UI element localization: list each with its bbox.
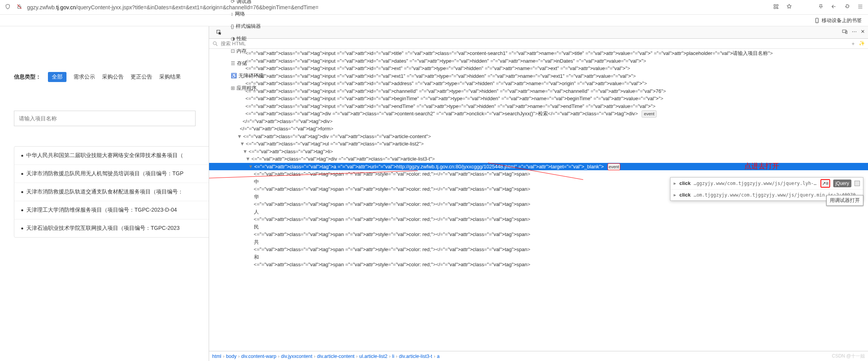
bullet-icon xyxy=(21,191,23,193)
article-title: 中华人民共和国第二届职业技能大赛网络安全保障技术服务项目（ xyxy=(26,152,183,159)
article-title: 天津市消防救援总队轨道交通支队食材配送服务项目（项目编号： xyxy=(26,188,183,195)
open-in-debugger-icon[interactable]: ↗≡ xyxy=(820,179,830,188)
dom-line[interactable]: ▼ <="="val">attr">class="="val">tag">div… xyxy=(209,133,868,140)
dom-line[interactable]: <="="val">attr">class="="val">tag">input… xyxy=(209,80,868,87)
devtools-panel: ⬚查看器▸控制台⟳调试器↕网络{}样式编辑器◑性能⊡内存☰存储♿无障碍环境⊞应用… xyxy=(209,26,868,361)
menu-icon[interactable] xyxy=(857,3,863,11)
search-icon xyxy=(212,41,218,47)
dom-line[interactable]: <="="val">attr">class="="val">tag">span … xyxy=(209,261,868,269)
devtools-tab[interactable]: ⟳调试器 xyxy=(227,0,267,8)
dom-line[interactable]: </="="val">attr">class="="val">tag">div> xyxy=(209,118,868,125)
article-row[interactable]: 天津石油职业技术学院互联网接入项目（项目编号：TGPC-2023 xyxy=(14,219,209,237)
event-badge[interactable]: event xyxy=(608,163,620,171)
breadcrumb-node[interactable]: a xyxy=(437,354,439,359)
filter-label: 信息类型： xyxy=(14,74,41,80)
bookmark-star-icon[interactable] xyxy=(786,3,792,11)
dom-line[interactable]: ▼ <="="val">attr">class="="val">tag">a =… xyxy=(209,163,868,171)
article-title: 天津市消防救援总队民用无人机驾驶员培训项目（项目编号：TGP xyxy=(26,170,184,177)
devtools-html-search[interactable]: 搜索 HTML ＋✨ xyxy=(209,39,868,49)
dom-line[interactable]: <="="val">attr">class="="val">tag">span … xyxy=(209,246,868,253)
filter-tab-procure[interactable]: 采购公告 xyxy=(102,74,124,80)
bullet-icon xyxy=(21,228,23,229)
article-row[interactable]: 天津市消防救援总队轨道交通支队食材配送服务项目（项目编号： xyxy=(14,183,209,201)
dom-line[interactable]: <="="val">attr">class="="val">tag">span … xyxy=(209,170,868,178)
breadcrumb-node[interactable]: html xyxy=(212,354,221,359)
dom-line[interactable]: ▼ <="="val">attr">class="="val">tag">li> xyxy=(209,148,868,156)
inspect-picker-icon[interactable] xyxy=(212,26,226,39)
event-listener-row[interactable]: ▸click…ggzyjy.www/com.tjggzyjy.www/js/jq… xyxy=(671,178,863,190)
pin-icon[interactable] xyxy=(818,3,824,11)
breadcrumb-node[interactable]: div.article-content xyxy=(317,354,354,359)
extension-icon[interactable] xyxy=(844,3,850,11)
dom-line[interactable]: <="="val">attr">class="="val">tag">div =… xyxy=(209,110,868,118)
bullet-icon xyxy=(21,173,23,175)
breadcrumb-node[interactable]: li xyxy=(392,354,395,359)
dom-tree[interactable]: 点进去打开 <="="val">attr">class="="val">tag"… xyxy=(209,49,868,351)
dom-line[interactable]: <="="val">attr">class="="val">tag">span … xyxy=(209,231,868,238)
breadcrumb-node[interactable]: div.content-warp xyxy=(241,354,276,359)
devtools-tab[interactable]: {}样式编辑器 xyxy=(227,20,267,33)
article-title: 天津理工大学消防维保服务项目（项目编号：TGPC-2023-D-04 xyxy=(26,207,177,214)
svg-rect-7 xyxy=(846,31,847,34)
dom-line[interactable]: ▼ <="="val">attr">class="="val">tag">div… xyxy=(209,155,868,163)
dom-line[interactable]: <="="val">attr">class="="val">tag">span … xyxy=(209,216,868,223)
dom-line[interactable]: <="="val">attr">class="="val">tag">input… xyxy=(209,72,868,80)
breadcrumb-node[interactable]: body xyxy=(226,354,237,359)
article-row[interactable]: 中华人民共和国第二届职业技能大赛网络安全保障技术服务项目（ xyxy=(14,147,209,165)
svg-rect-1 xyxy=(774,5,776,6)
article-row[interactable]: 天津市消防救援总队民用无人机驾驶员培训项目（项目编号：TGP xyxy=(14,165,209,183)
browser-address-bar: ggzy.zwfwb.tj.gov.cn/queryContent-jyxx.j… xyxy=(0,0,868,15)
svg-rect-2 xyxy=(776,5,778,6)
devtools-close-icon[interactable]: ✕ xyxy=(861,29,865,36)
devtools-tabbar: ⬚查看器▸控制台⟳调试器↕网络{}样式编辑器◑性能⊡内存☰存储♿无障碍环境⊞应用… xyxy=(209,26,868,39)
project-search-input[interactable] xyxy=(14,111,196,126)
dom-line[interactable]: </="="val">attr">class="="val">tag">form… xyxy=(209,125,868,133)
mobile-bookmarks-link[interactable]: 移动设备上的书签 xyxy=(814,17,862,24)
breadcrumb-node[interactable]: div.jyxxcontent xyxy=(281,354,312,359)
dom-line[interactable]: 和 xyxy=(209,253,868,261)
lock-slash-icon[interactable] xyxy=(16,3,22,11)
devtools-more-icon[interactable]: ⋯ xyxy=(852,29,857,36)
filter-tab-demand[interactable]: 需求公示 xyxy=(73,74,95,80)
filter-tab-result[interactable]: 采购结果 xyxy=(159,74,181,80)
back-icon[interactable] xyxy=(831,3,837,11)
event-badge[interactable]: event xyxy=(642,110,657,118)
jquery-badge: jQuery xyxy=(833,180,851,187)
breadcrumb-node[interactable]: ul.article-list2 xyxy=(359,354,388,359)
qr-icon[interactable] xyxy=(773,3,779,11)
dom-line[interactable]: 人 xyxy=(209,208,868,216)
bullet-icon xyxy=(21,209,23,211)
svg-rect-3 xyxy=(774,7,776,9)
dom-line[interactable]: <="="val">attr">class="="val">tag">input… xyxy=(209,57,868,65)
shield-icon[interactable] xyxy=(5,3,11,11)
article-row[interactable]: 天津理工大学消防维保服务项目（项目编号：TGPC-2023-D-04 xyxy=(14,201,209,219)
add-node-icon[interactable]: ＋ xyxy=(851,40,856,47)
dom-line[interactable]: <="="val">attr">class="="val">tag">span … xyxy=(209,200,868,208)
listener-checkbox[interactable] xyxy=(854,181,860,186)
responsive-icon[interactable] xyxy=(842,29,848,36)
dom-line[interactable]: <="="val">attr">class="="val">tag">input… xyxy=(209,103,868,110)
filter-tab-all[interactable]: 全部 xyxy=(48,72,66,82)
bookmarks-bar: 移动设备上的书签 xyxy=(0,15,868,26)
filter-tab-correct[interactable]: 更正公告 xyxy=(131,74,152,80)
url-text[interactable]: ggzy.zwfwb.tj.gov.cn/queryContent-jyxx.j… xyxy=(27,4,773,10)
article-title: 天津石油职业技术学院互联网接入项目（项目编号：TGPC-2023 xyxy=(26,225,180,232)
watermark: CSDN @十一姐 xyxy=(832,353,865,359)
emoji-icon[interactable]: ✨ xyxy=(859,40,865,47)
devtools-breadcrumb[interactable]: html›body›div.content-warp›div.jyxxconte… xyxy=(209,351,868,361)
webpage-content: 信息类型： 全部 需求公示 采购公告 更正公告 采购结果 中华人民共和国第二届职… xyxy=(0,26,209,361)
phone-icon xyxy=(814,17,820,24)
bullet-icon xyxy=(21,155,23,157)
dom-line[interactable]: <="="val">attr">class="="val">tag">input… xyxy=(209,87,868,95)
dom-line[interactable]: 民 xyxy=(209,223,868,231)
debugger-open-tooltip: 用调试器打开 xyxy=(826,195,863,206)
breadcrumb-node[interactable]: div.article-list3-t xyxy=(399,354,432,359)
dom-line[interactable]: <="="val">attr">class="="val">tag">input… xyxy=(209,95,868,103)
dom-line[interactable]: <="="val">attr">class="="val">tag">input… xyxy=(209,65,868,72)
dom-line[interactable]: <="="val">attr">class="="val">tag">input… xyxy=(209,50,868,57)
dom-line[interactable]: 共 xyxy=(209,238,868,246)
dom-line[interactable]: ▼ <="="val">attr">class="="val">tag">ul … xyxy=(209,140,868,148)
devtools-tab[interactable]: ↕网络 xyxy=(227,8,267,20)
article-list: 中华人民共和国第二届职业技能大赛网络安全保障技术服务项目（天津市消防救援总队民用… xyxy=(14,146,209,238)
svg-point-8 xyxy=(213,41,216,44)
